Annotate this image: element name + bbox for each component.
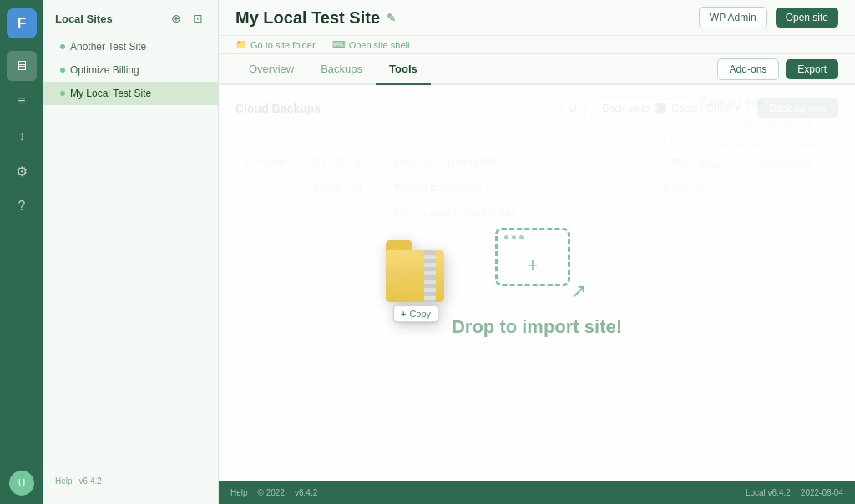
tab-overview[interactable]: Overview <box>235 54 307 85</box>
zip-file-icon <box>386 235 446 302</box>
copy-label: Copy <box>409 309 431 319</box>
browser-window-icon: + <box>495 228 570 286</box>
site-list-header: Local Sites ⊕ ⊡ <box>43 10 218 35</box>
tab-actions: Add-ons Export <box>717 54 838 83</box>
drop-text: Drop to import site! <box>452 316 622 338</box>
site-links: 📁 Go to site folder ⌨ Open site shell <box>219 36 855 54</box>
add-ons-button[interactable]: Add-ons <box>717 58 780 80</box>
statusbar-help[interactable]: Help <box>230 488 248 497</box>
version-label: v6.4.2 <box>79 476 102 486</box>
site-status-dot <box>60 44 65 49</box>
sidebar-icon-menu[interactable]: ≡ <box>7 86 37 116</box>
copy-badge: + Copy <box>393 305 438 322</box>
browser-dots <box>498 230 568 243</box>
browser-dot <box>504 235 508 239</box>
drag-drop-overlay: + ↗ Drop to import site! <box>219 85 855 481</box>
statusbar: Help © 2022 v6.4.2 Local v6.4.2 2022-08-… <box>219 481 855 504</box>
topbar-actions: WP Admin Open site <box>699 7 838 28</box>
content-area: Cloud Backups ↺ Back up to Google Drive … <box>219 85 855 481</box>
site-status-dot <box>60 68 65 73</box>
drop-target-icon: + ↗ <box>495 228 579 300</box>
drag-file: + Copy <box>386 235 446 322</box>
open-site-button[interactable]: Open site <box>776 8 838 28</box>
statusbar-copyright: © 2022 <box>258 488 285 497</box>
site-item[interactable]: Another Test Site <box>43 35 218 58</box>
folder-body <box>386 250 444 302</box>
tab-backups[interactable]: Backups <box>307 54 376 85</box>
statusbar-version: v6.4.2 <box>295 488 317 497</box>
main-content: My Local Test Site ✎ WP Admin Open site … <box>219 0 855 504</box>
site-list-title: Local Sites <box>55 13 113 25</box>
browser-dot <box>519 235 524 239</box>
folder-icon: 📁 <box>235 39 247 50</box>
sidebar: F 🖥 ≡ ↕ ⚙ ? U <box>0 0 43 504</box>
statusbar-app-version: Local v6.4.2 <box>746 488 791 497</box>
site-list-actions: ⊕ ⊡ <box>168 10 206 27</box>
help-link[interactable]: Help <box>55 476 73 486</box>
statusbar-left: Help © 2022 v6.4.2 <box>230 488 317 497</box>
browser-dot <box>512 235 516 239</box>
zip-stripe <box>424 250 436 302</box>
statusbar-right: Local v6.4.2 2022-08-04 <box>746 488 843 497</box>
add-site-button[interactable]: ⊕ <box>168 10 185 27</box>
app-logo[interactable]: F <box>7 8 37 38</box>
topbar: My Local Test Site ✎ WP Admin Open site <box>219 0 855 36</box>
sidebar-icon-transfer[interactable]: ↕ <box>7 121 37 151</box>
nav-tabs: Overview Backups Tools Add-ons Export <box>219 54 855 85</box>
sidebar-bottom: U <box>9 471 34 496</box>
cursor-icon: ↗ <box>570 280 587 303</box>
site-status-dot <box>60 91 65 96</box>
edit-site-name-button[interactable]: ✎ <box>387 12 396 24</box>
tab-tools[interactable]: Tools <box>376 54 431 85</box>
sidebar-icon-help[interactable]: ? <box>7 191 37 221</box>
site-item[interactable]: Optimize Billing <box>43 58 218 82</box>
site-list-panel: Local Sites ⊕ ⊡ Another Test Site Optimi… <box>43 0 219 504</box>
terminal-icon: ⌨ <box>332 39 346 50</box>
plus-icon: + <box>528 255 539 276</box>
avatar[interactable]: U <box>9 471 34 496</box>
statusbar-date: 2022-08-04 <box>801 488 843 497</box>
filter-sites-button[interactable]: ⊡ <box>190 10 206 27</box>
site-list-footer: Help v6.4.2 <box>43 468 218 494</box>
go-to-folder-link[interactable]: 📁 Go to site folder <box>235 39 316 50</box>
wp-admin-button[interactable]: WP Admin <box>699 7 767 28</box>
export-button[interactable]: Export <box>786 59 838 79</box>
sidebar-icon-settings[interactable]: ⚙ <box>7 156 37 186</box>
site-name: My Local Test Site ✎ <box>235 8 396 28</box>
site-item-active[interactable]: My Local Test Site <box>43 82 218 105</box>
sidebar-icon-sites[interactable]: 🖥 <box>7 51 37 81</box>
open-shell-link[interactable]: ⌨ Open site shell <box>332 39 410 50</box>
plus-icon: + <box>401 309 406 319</box>
